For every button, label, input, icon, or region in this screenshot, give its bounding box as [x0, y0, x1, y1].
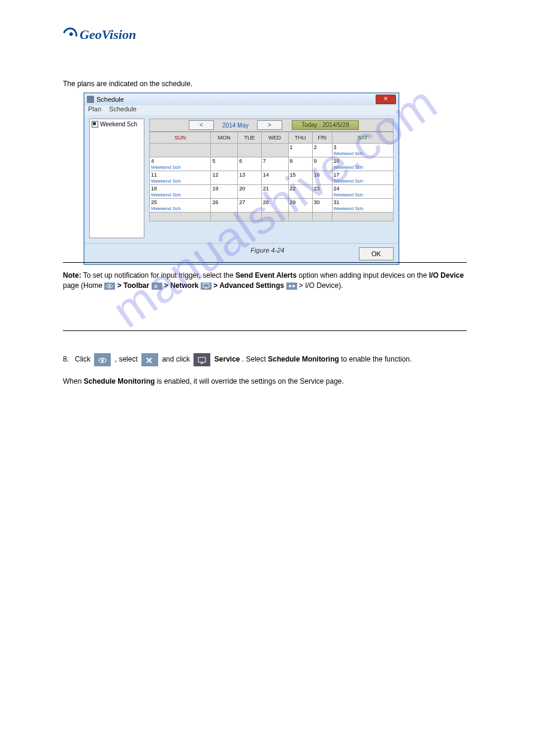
month-label: 2014 May [222, 122, 249, 129]
plan-item-label: Weekend Sch [100, 121, 137, 127]
menu-bar: Plan Schedule [84, 105, 398, 115]
svg-rect-13 [201, 363, 203, 364]
svg-point-2 [109, 285, 111, 287]
window-title: Schedule [96, 96, 124, 103]
intro-text: The plans are indicated on the schedule. [63, 79, 467, 89]
divider [63, 330, 467, 331]
col-fri: FRI [312, 132, 332, 144]
col-wed: WED [261, 132, 288, 144]
divider [63, 262, 467, 263]
tools-icon [141, 353, 158, 366]
table-row: 1 2 3Weekend Sch [150, 144, 394, 157]
window-icon [87, 96, 94, 103]
calendar-nav: < 2014 May > Today : 2014/5/28 [149, 119, 394, 132]
monitor-icon [201, 283, 211, 290]
svg-point-9 [292, 285, 295, 287]
svg-rect-7 [286, 283, 297, 290]
calendar-table: SUN MON TUE WED THU FRI SAT 1 2 3Weekend… [149, 132, 394, 221]
logo-icon [61, 25, 80, 45]
io-icon [286, 283, 297, 290]
schedule-window: Schedule ✕ Plan Schedule Weekend Sch < 2… [84, 93, 399, 265]
step-8: 8. Click , select and click Service . Se… [63, 353, 467, 387]
col-mon: MON [211, 132, 238, 144]
step-number: 8. [63, 355, 69, 363]
svg-rect-12 [198, 357, 205, 362]
window-titlebar: Schedule ✕ [84, 93, 398, 105]
table-row [150, 212, 394, 221]
figure-caption: Figure 4-24 [0, 247, 535, 254]
checkbox-icon [92, 121, 98, 127]
plan-item[interactable]: Weekend Sch [92, 121, 142, 127]
monitor-icon [194, 353, 210, 366]
table-row: 18Weekend Sch 19 20 21 22 23 24Weekend S… [150, 185, 394, 199]
eye-icon [104, 283, 115, 290]
col-thu: THU [288, 132, 312, 144]
col-tue: TUE [238, 132, 261, 144]
col-sun: SUN [150, 132, 211, 144]
table-row: 25Weekend Sch 26 27 28 29 30 31Weekend S… [150, 199, 394, 212]
note-block: Note: To set up notification for input t… [63, 271, 467, 291]
note-label: Note: [63, 271, 81, 280]
next-month-button[interactable]: > [257, 120, 282, 130]
close-button[interactable]: ✕ [376, 95, 396, 104]
col-sat: SAT [332, 132, 393, 144]
logo-text: GeoVision [80, 27, 136, 42]
plan-list: Weekend Sch [89, 119, 144, 238]
table-row: 11Weekend Sch 12 13 14 15 16 17Weekend S… [150, 171, 394, 185]
svg-point-11 [101, 359, 104, 362]
brand-logo: GeoVision [63, 27, 136, 42]
tools-icon [152, 283, 162, 290]
svg-rect-6 [205, 288, 207, 289]
svg-point-8 [289, 285, 291, 287]
menu-schedule[interactable]: Schedule [109, 105, 137, 113]
table-row: 4Weekend Sch 5 6 7 8 9 10Weekend Sch [150, 157, 394, 171]
prev-month-button[interactable]: < [189, 120, 214, 130]
eye-icon [94, 353, 111, 366]
svg-rect-3 [152, 283, 162, 290]
today-button[interactable]: Today : 2014/5/28 [292, 120, 359, 130]
menu-plan[interactable]: Plan [88, 105, 101, 113]
